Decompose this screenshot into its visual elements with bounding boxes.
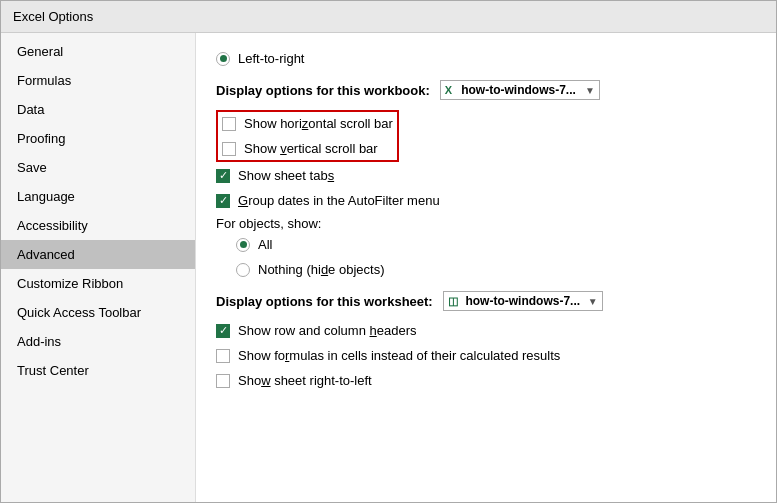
sidebar-item-trust-center[interactable]: Trust Center xyxy=(1,356,195,385)
sheet-rtl-checkbox[interactable] xyxy=(216,374,230,388)
sidebar-item-customize-ribbon[interactable]: Customize Ribbon xyxy=(1,269,195,298)
excel-options-dialog: Excel Options General Formulas Data Proo… xyxy=(0,0,777,503)
formulas-cells-label: Show formulas in cells instead of their … xyxy=(238,348,560,363)
nothing-radio[interactable] xyxy=(236,263,250,277)
sidebar-item-formulas[interactable]: Formulas xyxy=(1,66,195,95)
formulas-cells-row: Show formulas in cells instead of their … xyxy=(216,346,756,365)
vertical-scroll-checkbox[interactable] xyxy=(222,142,236,156)
workbook-dropdown-arrow: ▼ xyxy=(585,85,595,96)
formulas-cells-checkbox[interactable] xyxy=(216,349,230,363)
sheet-rtl-row: Show sheet right-to-left xyxy=(216,371,756,390)
group-dates-label: Group dates in the AutoFilter menu xyxy=(238,193,440,208)
left-to-right-radio[interactable] xyxy=(216,52,230,66)
objects-label: For objects, show: xyxy=(216,216,756,231)
sidebar-item-add-ins[interactable]: Add-ins xyxy=(1,327,195,356)
nothing-radio-label: Nothing (hide objects) xyxy=(258,262,384,277)
objects-radio-group: All Nothing (hide objects) xyxy=(216,235,756,279)
group-dates-row: Group dates in the AutoFilter menu xyxy=(216,191,756,210)
sidebar-item-data[interactable]: Data xyxy=(1,95,195,124)
highlight-box: Show horizontal scroll bar Show vertical… xyxy=(216,110,399,162)
excel-icon: X xyxy=(445,84,452,96)
sidebar-item-save[interactable]: Save xyxy=(1,153,195,182)
dialog-content: General Formulas Data Proofing Save Lang… xyxy=(1,33,776,502)
row-col-headers-checkbox[interactable] xyxy=(216,324,230,338)
sidebar-item-advanced[interactable]: Advanced xyxy=(1,240,195,269)
vertical-scroll-label: Show vertical scroll bar xyxy=(244,141,378,156)
all-radio-label: All xyxy=(258,237,272,252)
workbook-header-label: Display options for this workbook: xyxy=(216,83,430,98)
main-panel: Left-to-right Display options for this w… xyxy=(196,33,776,502)
title-bar: Excel Options xyxy=(1,1,776,33)
worksheet-dropdown-arrow: ▼ xyxy=(588,296,598,307)
sheet-rtl-label: Show sheet right-to-left xyxy=(238,373,372,388)
worksheet-header-label: Display options for this worksheet: xyxy=(216,294,433,309)
worksheet-dropdown[interactable]: ◫ how-to-windows-7... ▼ xyxy=(443,291,603,311)
row-col-headers-row: Show row and column headers xyxy=(216,321,756,340)
group-dates-checkbox[interactable] xyxy=(216,194,230,208)
worksheet-excel-icon: ◫ xyxy=(448,295,458,308)
sidebar-item-accessibility[interactable]: Accessibility xyxy=(1,211,195,240)
worksheet-dropdown-text: how-to-windows-7... xyxy=(465,294,580,308)
workbook-dropdown-text: how-to-windows-7... xyxy=(461,83,576,97)
sidebar-item-quick-access-toolbar[interactable]: Quick Access Toolbar xyxy=(1,298,195,327)
all-radio-row: All xyxy=(236,235,756,254)
row-col-headers-label: Show row and column headers xyxy=(238,323,417,338)
left-to-right-label: Left-to-right xyxy=(238,51,304,66)
sidebar-item-general[interactable]: General xyxy=(1,37,195,66)
sidebar: General Formulas Data Proofing Save Lang… xyxy=(1,33,196,502)
horizontal-scroll-label: Show horizontal scroll bar xyxy=(244,116,393,131)
dialog-title: Excel Options xyxy=(13,9,93,24)
sidebar-item-proofing[interactable]: Proofing xyxy=(1,124,195,153)
horizontal-scroll-row: Show horizontal scroll bar xyxy=(222,114,393,133)
vertical-scroll-row: Show vertical scroll bar xyxy=(222,139,393,158)
workbook-section-header: Display options for this workbook: X how… xyxy=(216,80,756,100)
worksheet-section-header: Display options for this worksheet: ◫ ho… xyxy=(216,291,756,311)
all-radio[interactable] xyxy=(236,238,250,252)
nothing-radio-row: Nothing (hide objects) xyxy=(236,260,756,279)
sidebar-item-language[interactable]: Language xyxy=(1,182,195,211)
horizontal-scroll-checkbox[interactable] xyxy=(222,117,236,131)
left-to-right-row: Left-to-right xyxy=(216,49,756,68)
sheet-tabs-label: Show sheet tabs xyxy=(238,168,334,183)
sheet-tabs-row: Show sheet tabs xyxy=(216,166,756,185)
sheet-tabs-checkbox[interactable] xyxy=(216,169,230,183)
workbook-dropdown[interactable]: X how-to-windows-7... ▼ xyxy=(440,80,600,100)
